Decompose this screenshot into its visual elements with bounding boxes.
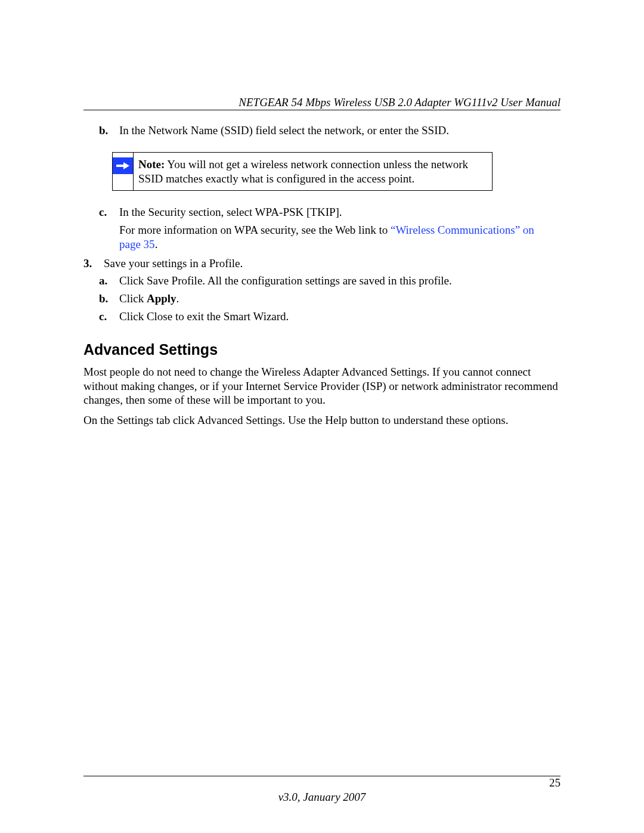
- pre-bold: Click: [119, 292, 147, 305]
- security-line: In the Security section, select WPA-PSK …: [119, 205, 561, 219]
- page-content: b. In the Network Name (SSID) field sele…: [83, 92, 561, 428]
- page-number: 25: [549, 776, 561, 790]
- list-item-b: b. In the Network Name (SSID) field sele…: [99, 123, 561, 138]
- list-body: In the Security section, select WPA-PSK …: [119, 205, 561, 251]
- note-callout: Note: You will not get a wireless networ…: [112, 152, 493, 191]
- list-body: Click Save Profile. All the configuratio…: [119, 274, 561, 288]
- note-icon-cell: [113, 153, 134, 191]
- note-body: You will not get a wireless network conn…: [138, 158, 468, 185]
- note-label: Note:: [138, 158, 165, 171]
- header-rule: [83, 110, 561, 110]
- list-marker: c.: [99, 205, 119, 251]
- list-body: In the Network Name (SSID) field select …: [119, 123, 561, 138]
- step-marker: 3.: [83, 256, 104, 271]
- apply-bold: Apply: [147, 292, 177, 305]
- advanced-paragraph-2: On the Settings tab click Advanced Setti…: [83, 413, 561, 428]
- post-link-text: .: [155, 238, 158, 250]
- substep-3c: c. Click Close to exit the Smart Wizard.: [99, 309, 561, 324]
- svg-rect-1: [116, 165, 123, 167]
- step-3: 3. Save your settings in a Profile.: [83, 256, 561, 271]
- step-body: Save your settings in a Profile.: [104, 256, 561, 271]
- note-text: Note: You will not get a wireless networ…: [134, 153, 492, 191]
- more-info-line: For more information on WPA security, se…: [119, 223, 561, 252]
- list-marker: b.: [99, 292, 119, 306]
- pre-link-text: For more information on WPA security, se…: [119, 224, 391, 236]
- arrow-right-icon: [113, 157, 133, 174]
- advanced-paragraph-1: Most people do not need to change the Wi…: [83, 365, 561, 407]
- heading-advanced-settings: Advanced Settings: [83, 340, 561, 359]
- list-marker: a.: [99, 274, 119, 288]
- list-body: Click Close to exit the Smart Wizard.: [119, 309, 561, 324]
- footer-version: v3.0, January 2007: [0, 790, 644, 804]
- document-page: NETGEAR 54 Mbps Wireless USB 2.0 Adapter…: [0, 0, 644, 833]
- list-item-c: c. In the Security section, select WPA-P…: [99, 205, 561, 251]
- list-marker: b.: [99, 123, 119, 138]
- running-header: NETGEAR 54 Mbps Wireless USB 2.0 Adapter…: [239, 95, 561, 110]
- post-bold: .: [177, 292, 179, 305]
- list-marker: c.: [99, 309, 119, 324]
- list-body: Click Apply.: [119, 292, 561, 306]
- footer-rule: [83, 776, 561, 776]
- substep-3a: a. Click Save Profile. All the configura…: [99, 274, 561, 288]
- substep-3b: b. Click Apply.: [99, 292, 561, 306]
